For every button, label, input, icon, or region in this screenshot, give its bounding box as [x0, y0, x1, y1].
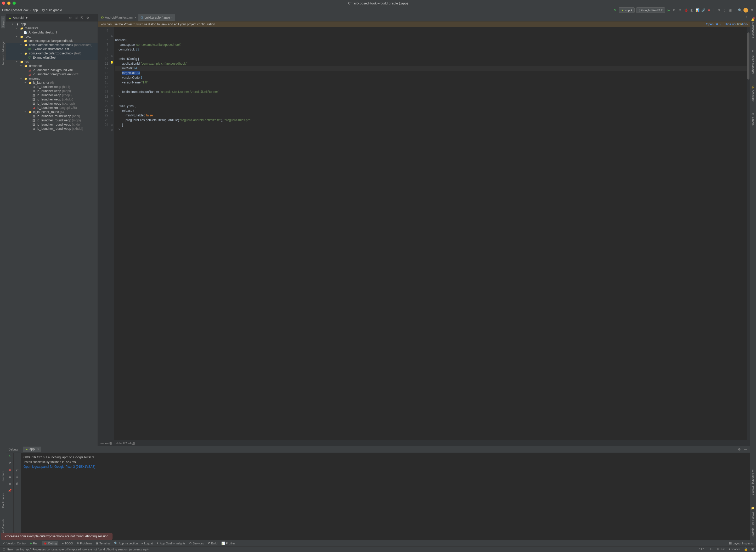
stop-icon[interactable]: ■ [8, 468, 12, 472]
tree-pkg3[interactable]: ▾📁com.example.crifanxposedhook (test) [6, 51, 98, 55]
notif-open-link[interactable]: Open (⌘;) [706, 22, 721, 26]
tree-webp[interactable]: 🖼ic_launcher_round.webp (xhdpi) [6, 122, 98, 127]
cursor-pos[interactable]: 11:18 [699, 548, 706, 551]
device-selector[interactable]: ▯Google Pixel 3▾ [636, 7, 665, 13]
view-breakpoints-icon[interactable]: ◉ [8, 475, 12, 479]
encoding[interactable]: UTF-8 [717, 548, 725, 551]
code-editor[interactable]: 456789101112131415161718192021222324 ⊟││… [98, 27, 747, 440]
up-icon[interactable]: ↑ [15, 454, 19, 458]
sidebar-running-devices[interactable]: ▯Running Devices [751, 467, 755, 497]
tree-ic-round[interactable]: ▾📁ic_launcher_round (6) [6, 110, 98, 114]
maximize-window[interactable] [13, 2, 16, 5]
tree-icbg[interactable]: ◢ic_launcher_background.xml [6, 68, 98, 72]
account-avatar[interactable] [743, 8, 748, 13]
tw-problems[interactable]: ⊘Problems [77, 542, 92, 545]
breadcrumb-file[interactable]: ⏣build.gradle [42, 8, 62, 12]
tree-pkg1[interactable]: 📁com.example.crifanxposedhook [6, 39, 98, 43]
apply-changes-icon[interactable]: ⟳ [672, 8, 676, 12]
select-opened-icon[interactable]: ⊙ [68, 16, 72, 20]
sidebar-bookmarks[interactable]: Bookmarks [1, 492, 5, 509]
tab-manifest[interactable]: ⏣AndroidManifest.xml× [99, 14, 138, 21]
indent[interactable]: 4 spaces [729, 548, 740, 551]
tree-java[interactable]: ▾📁java [6, 34, 98, 39]
attach-debugger-icon[interactable]: 🔗 [701, 8, 705, 12]
tree-pkg2[interactable]: ▾📁com.example.crifanxposedhook (androidT… [6, 43, 98, 47]
tw-layout-inspector[interactable]: ▦Layout Inspector [729, 542, 754, 545]
tree-manifest-file[interactable]: 📄AndroidManifest.xml [6, 30, 98, 34]
sidebar-device-manager[interactable]: ▯Device Manager [751, 47, 755, 76]
inspection-badge[interactable]: ⚠5⌃⌄ [737, 22, 749, 25]
hide-icon[interactable]: — [91, 16, 96, 20]
editor-scrollbar[interactable]: ⚠5⌃⌄ [747, 27, 750, 440]
breadcrumb-root[interactable]: CrifanXposedHook [2, 8, 28, 12]
tree-webp[interactable]: 🖼ic_launcher_round.webp (mdpi) [6, 118, 98, 122]
sidebar-project[interactable]: Project [1, 16, 5, 28]
resume-icon[interactable]: ⚒ [8, 461, 12, 465]
hide-icon[interactable]: — [743, 447, 748, 451]
sidebar-structure[interactable]: Structure [1, 469, 5, 484]
tree-webp[interactable]: 🖼ic_launcher.webp (xhdpi) [6, 93, 98, 97]
tab-build-gradle[interactable]: ⏣build.gradle (:app)× [138, 14, 175, 21]
tree-app[interactable]: ▾▮app [6, 22, 98, 26]
tw-terminal[interactable]: ▣Terminal [96, 542, 110, 545]
down-icon[interactable]: ↓ [15, 461, 19, 465]
sidebar-assistant[interactable]: ⚡Assistant [751, 84, 755, 103]
avd-icon[interactable]: ▯ [722, 8, 727, 12]
tw-run[interactable]: ▶Run [30, 542, 38, 545]
close-window[interactable] [2, 2, 5, 5]
memory-icon[interactable]: ▣ [751, 548, 754, 551]
tw-logcat[interactable]: ≡Logcat [142, 542, 153, 545]
tree-mipmap[interactable]: ▾📁mipmap [6, 77, 98, 81]
tree-webp[interactable]: 🖼ic_launcher.webp (mdpi) [6, 89, 98, 93]
tree-webp[interactable]: 🖼ic_launcher.webp (xxhdpi) [6, 97, 98, 102]
tree-res[interactable]: ▾📁res [6, 60, 98, 64]
tw-app-inspection[interactable]: 🔍App Inspection [114, 542, 138, 545]
tw-profiler[interactable]: 📊Profiler [221, 542, 235, 545]
sdk-icon[interactable]: ▦ [728, 8, 732, 12]
tree-webp[interactable]: 🖼ic_launcher.webp (hdpi) [6, 85, 98, 89]
search-icon[interactable]: 🔍 [738, 8, 742, 12]
tw-todo[interactable]: ≡TODO [62, 542, 73, 545]
apply-code-icon[interactable]: ≡ [678, 8, 682, 12]
coverage-icon[interactable]: ◧ [690, 8, 694, 12]
close-icon[interactable]: × [171, 16, 173, 19]
project-view-selector[interactable]: ▲Android▾ [8, 16, 27, 20]
tree-ex-inst[interactable]: ⒸExampleInstrumentedTest [6, 47, 98, 51]
close-icon[interactable]: × [135, 16, 136, 19]
sidebar-device-file-explorer[interactable]: 📁Device File Explorer [751, 505, 755, 538]
tree-icfg[interactable]: ◢ic_launcher_foreground.xml (v24) [6, 72, 98, 77]
stop-icon[interactable]: ■ [707, 8, 711, 12]
debug-tab-app[interactable]: ▲app× [23, 446, 41, 452]
tree-drawable[interactable]: ▾📁drawable [6, 64, 98, 68]
expand-all-icon[interactable]: ⇲ [74, 16, 78, 20]
minimize-window[interactable] [7, 2, 10, 5]
tw-version-control[interactable]: ⎇Version Control [2, 542, 26, 545]
pin-icon[interactable]: 📌 [8, 489, 12, 493]
run-config-selector[interactable]: ▲app▾ [619, 7, 635, 13]
tw-app-quality[interactable]: ✦App Quality Insights [156, 542, 185, 545]
close-icon[interactable]: × [37, 447, 39, 451]
breadcrumb-app[interactable]: app [33, 8, 38, 12]
tree-webp[interactable]: 🖼ic_launcher_round.webp (xxhdpi) [6, 127, 98, 131]
tree-ic-launcher[interactable]: ▾📁ic_launcher (6) [6, 81, 98, 85]
layout-icon[interactable]: ▦ [8, 481, 12, 486]
window-icon[interactable]: ▢ [2, 547, 6, 551]
print-icon[interactable]: 🖨 [15, 475, 19, 479]
sidebar-gradle[interactable]: ⏣Gradle [751, 111, 755, 127]
tw-build[interactable]: ⚒Build [207, 542, 217, 545]
fold-gutter[interactable]: ⊟│││⊟│││││││⊟│⊟⊟││⊟⊟ [110, 27, 114, 440]
tw-services[interactable]: ⚙Services [189, 542, 204, 545]
run-icon[interactable]: ▶ [666, 8, 671, 12]
logcat-link[interactable]: Open logcat panel for Google Pixel 3 (91… [23, 465, 95, 468]
sidebar-resource-manager[interactable]: Resource Manager [1, 39, 5, 66]
clear-icon[interactable]: 🗑 [15, 481, 19, 486]
tree-icxml[interactable]: ◢ic_launcher.xml (anydpi-v26) [6, 106, 98, 110]
gear-icon[interactable]: ⚙ [737, 447, 741, 451]
profile-icon[interactable]: 📊 [695, 8, 700, 12]
rerun-icon[interactable]: ↻ [8, 454, 12, 458]
debug-console[interactable]: 08/08 16:42:16: Launching 'app' on Googl… [21, 453, 750, 540]
settings-icon[interactable]: ⚙ [750, 8, 754, 12]
wrap-icon[interactable]: ⇄ [15, 468, 19, 472]
collapse-all-icon[interactable]: ⇱ [80, 16, 84, 20]
tree-ex-unit[interactable]: ⒸExampleUnitTest [6, 55, 98, 60]
